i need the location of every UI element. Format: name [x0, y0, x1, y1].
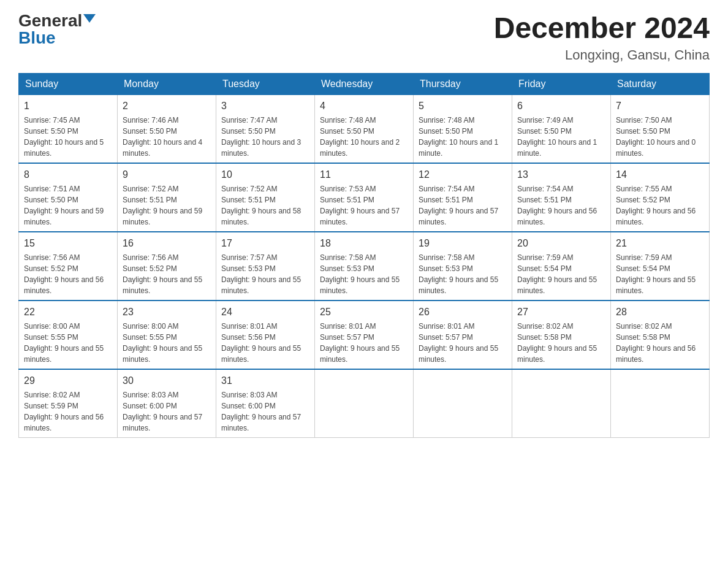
calendar-cell — [315, 369, 414, 438]
title-block: December 2024 Longxing, Gansu, China — [494, 12, 710, 63]
calendar-cell: 30Sunrise: 8:03 AMSunset: 6:00 PMDayligh… — [118, 369, 216, 438]
day-number: 24 — [221, 305, 309, 320]
calendar-cell: 7Sunrise: 7:50 AMSunset: 5:50 PMDaylight… — [611, 94, 710, 163]
day-number: 4 — [320, 99, 408, 113]
day-number: 3 — [221, 99, 309, 113]
calendar-cell: 27Sunrise: 8:02 AMSunset: 5:58 PMDayligh… — [512, 301, 611, 369]
day-number: 25 — [320, 305, 408, 320]
calendar-cell: 2Sunrise: 7:46 AMSunset: 5:50 PMDaylight… — [118, 94, 216, 163]
day-number: 30 — [123, 373, 211, 388]
calendar-cell: 3Sunrise: 7:47 AMSunset: 5:50 PMDaylight… — [216, 94, 315, 163]
page-header: General Blue December 2024 Longxing, Gan… — [18, 12, 710, 63]
calendar-cell: 1Sunrise: 7:45 AMSunset: 5:50 PMDaylight… — [19, 94, 118, 163]
logo: General Blue — [18, 12, 96, 47]
calendar-cell: 23Sunrise: 8:00 AMSunset: 5:55 PMDayligh… — [118, 301, 216, 369]
weekday-header-saturday: Saturday — [611, 73, 710, 94]
weekday-header-sunday: Sunday — [19, 73, 118, 94]
location-subtitle: Longxing, Gansu, China — [494, 47, 710, 63]
day-number: 29 — [24, 373, 112, 388]
day-number: 8 — [24, 167, 112, 182]
calendar-cell: 20Sunrise: 7:59 AMSunset: 5:54 PMDayligh… — [512, 232, 611, 301]
calendar-cell: 22Sunrise: 8:00 AMSunset: 5:55 PMDayligh… — [19, 301, 118, 369]
day-number: 28 — [616, 305, 704, 320]
day-info: Sunrise: 7:49 AMSunset: 5:50 PMDaylight:… — [517, 115, 605, 159]
week-row-3: 15Sunrise: 7:56 AMSunset: 5:52 PMDayligh… — [19, 232, 710, 301]
calendar-cell: 15Sunrise: 7:56 AMSunset: 5:52 PMDayligh… — [19, 232, 118, 301]
calendar-cell: 17Sunrise: 7:57 AMSunset: 5:53 PMDayligh… — [216, 232, 315, 301]
calendar-cell: 28Sunrise: 8:02 AMSunset: 5:58 PMDayligh… — [611, 301, 710, 369]
day-number: 26 — [419, 305, 507, 320]
calendar-cell: 6Sunrise: 7:49 AMSunset: 5:50 PMDaylight… — [512, 94, 611, 163]
day-info: Sunrise: 7:59 AMSunset: 5:54 PMDaylight:… — [616, 252, 704, 296]
day-info: Sunrise: 8:03 AMSunset: 6:00 PMDaylight:… — [221, 389, 309, 434]
calendar-cell: 4Sunrise: 7:48 AMSunset: 5:50 PMDaylight… — [315, 94, 414, 163]
day-info: Sunrise: 8:00 AMSunset: 5:55 PMDaylight:… — [24, 321, 112, 365]
day-info: Sunrise: 8:03 AMSunset: 6:00 PMDaylight:… — [123, 389, 211, 434]
weekday-header-wednesday: Wednesday — [315, 73, 414, 94]
day-info: Sunrise: 7:59 AMSunset: 5:54 PMDaylight:… — [517, 252, 605, 296]
month-year-title: December 2024 — [494, 12, 710, 45]
day-info: Sunrise: 7:56 AMSunset: 5:52 PMDaylight:… — [24, 252, 112, 296]
calendar-cell: 13Sunrise: 7:54 AMSunset: 5:51 PMDayligh… — [512, 163, 611, 232]
day-number: 6 — [517, 99, 605, 113]
day-number: 20 — [517, 236, 605, 251]
day-number: 11 — [320, 167, 408, 182]
calendar-cell: 5Sunrise: 7:48 AMSunset: 5:50 PMDaylight… — [414, 94, 512, 163]
day-number: 2 — [123, 99, 211, 113]
day-info: Sunrise: 7:52 AMSunset: 5:51 PMDaylight:… — [123, 183, 211, 228]
calendar-cell: 8Sunrise: 7:51 AMSunset: 5:50 PMDaylight… — [19, 163, 118, 232]
day-number: 1 — [24, 99, 112, 113]
week-row-5: 29Sunrise: 8:02 AMSunset: 5:59 PMDayligh… — [19, 369, 710, 438]
day-number: 21 — [616, 236, 704, 251]
calendar-cell: 19Sunrise: 7:58 AMSunset: 5:53 PMDayligh… — [414, 232, 512, 301]
calendar-cell: 14Sunrise: 7:55 AMSunset: 5:52 PMDayligh… — [611, 163, 710, 232]
calendar-cell: 31Sunrise: 8:03 AMSunset: 6:00 PMDayligh… — [216, 369, 315, 438]
day-number: 9 — [123, 167, 211, 182]
day-info: Sunrise: 7:56 AMSunset: 5:52 PMDaylight:… — [123, 252, 211, 296]
logo-blue-text: Blue — [18, 29, 56, 47]
calendar-cell: 9Sunrise: 7:52 AMSunset: 5:51 PMDaylight… — [118, 163, 216, 232]
day-number: 16 — [123, 236, 211, 251]
day-info: Sunrise: 7:46 AMSunset: 5:50 PMDaylight:… — [123, 115, 211, 159]
day-number: 15 — [24, 236, 112, 251]
day-number: 31 — [221, 373, 309, 388]
day-info: Sunrise: 8:00 AMSunset: 5:55 PMDaylight:… — [123, 321, 211, 365]
day-info: Sunrise: 8:02 AMSunset: 5:59 PMDaylight:… — [24, 389, 112, 434]
day-info: Sunrise: 7:55 AMSunset: 5:52 PMDaylight:… — [616, 183, 704, 228]
calendar-cell: 25Sunrise: 8:01 AMSunset: 5:57 PMDayligh… — [315, 301, 414, 369]
week-row-1: 1Sunrise: 7:45 AMSunset: 5:50 PMDaylight… — [19, 94, 710, 163]
day-number: 23 — [123, 305, 211, 320]
calendar-cell: 16Sunrise: 7:56 AMSunset: 5:52 PMDayligh… — [118, 232, 216, 301]
calendar-cell: 29Sunrise: 8:02 AMSunset: 5:59 PMDayligh… — [19, 369, 118, 438]
day-number: 19 — [419, 236, 507, 251]
weekday-header-thursday: Thursday — [414, 73, 512, 94]
day-info: Sunrise: 7:51 AMSunset: 5:50 PMDaylight:… — [24, 183, 112, 228]
day-number: 5 — [419, 99, 507, 113]
calendar-cell — [611, 369, 710, 438]
calendar-cell: 10Sunrise: 7:52 AMSunset: 5:51 PMDayligh… — [216, 163, 315, 232]
logo-triangle-icon — [83, 14, 96, 23]
day-info: Sunrise: 7:50 AMSunset: 5:50 PMDaylight:… — [616, 115, 704, 159]
day-number: 13 — [517, 167, 605, 182]
day-info: Sunrise: 7:52 AMSunset: 5:51 PMDaylight:… — [221, 183, 309, 228]
day-info: Sunrise: 8:01 AMSunset: 5:56 PMDaylight:… — [221, 321, 309, 365]
weekday-header-friday: Friday — [512, 73, 611, 94]
day-info: Sunrise: 7:54 AMSunset: 5:51 PMDaylight:… — [419, 183, 507, 228]
calendar-cell: 26Sunrise: 8:01 AMSunset: 5:57 PMDayligh… — [414, 301, 512, 369]
day-number: 12 — [419, 167, 507, 182]
logo-general-text: General — [18, 12, 82, 29]
day-info: Sunrise: 7:58 AMSunset: 5:53 PMDaylight:… — [320, 252, 408, 296]
weekday-header-tuesday: Tuesday — [216, 73, 315, 94]
calendar-cell: 11Sunrise: 7:53 AMSunset: 5:51 PMDayligh… — [315, 163, 414, 232]
calendar-cell — [414, 369, 512, 438]
weekday-header-row: SundayMondayTuesdayWednesdayThursdayFrid… — [19, 73, 710, 94]
day-number: 14 — [616, 167, 704, 182]
day-info: Sunrise: 8:01 AMSunset: 5:57 PMDaylight:… — [419, 321, 507, 365]
day-info: Sunrise: 7:48 AMSunset: 5:50 PMDaylight:… — [320, 115, 408, 159]
calendar-cell — [512, 369, 611, 438]
day-info: Sunrise: 8:02 AMSunset: 5:58 PMDaylight:… — [517, 321, 605, 365]
day-info: Sunrise: 7:45 AMSunset: 5:50 PMDaylight:… — [24, 115, 112, 159]
weekday-header-monday: Monday — [118, 73, 216, 94]
day-number: 7 — [616, 99, 704, 113]
day-number: 18 — [320, 236, 408, 251]
